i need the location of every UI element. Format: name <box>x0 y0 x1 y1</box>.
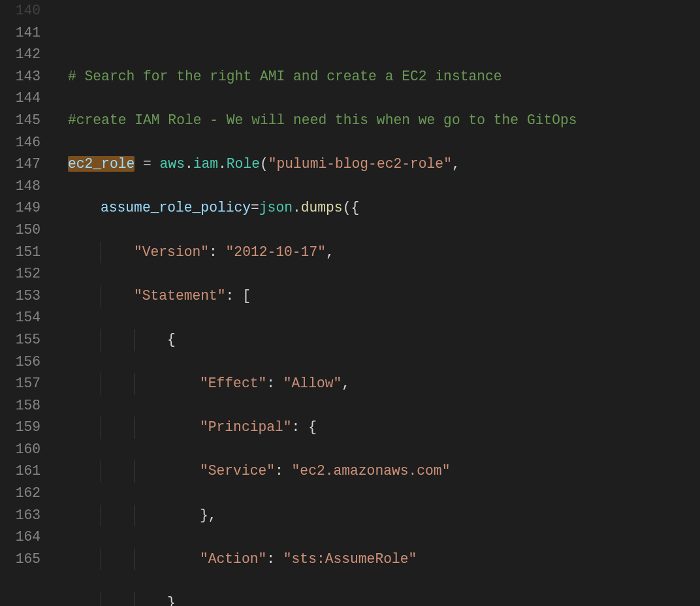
line-number-gutter: 140 141 142 143 144 145 146 147 148 149 … <box>0 0 52 606</box>
op: = <box>135 156 159 172</box>
module: aws <box>160 156 185 172</box>
line-number: 148 <box>0 176 40 198</box>
line-number: 164 <box>0 526 40 549</box>
parameter: assume_role_policy <box>101 200 251 215</box>
dict-key: "Effect" <box>200 375 266 391</box>
code-line[interactable]: }, <box>68 505 700 527</box>
line-number: 157 <box>0 373 40 395</box>
line-number: 153 <box>0 285 40 308</box>
line-number: 141 <box>0 22 40 44</box>
code-editor[interactable]: 140 141 142 143 144 145 146 147 148 149 … <box>0 0 700 606</box>
code-area[interactable]: # Search for the right AMI and create a … <box>52 0 700 606</box>
selected-variable[interactable]: ec2_role <box>68 156 135 172</box>
dict-key: "Statement" <box>134 288 226 304</box>
line-number: 142 <box>0 44 40 66</box>
code-line[interactable]: #create IAM Role - We will need this whe… <box>68 110 700 132</box>
line-number: 146 <box>0 132 40 154</box>
line-number: 165 <box>0 549 40 571</box>
line-number: 154 <box>0 307 40 329</box>
comment: #create IAM Role - We will need this whe… <box>68 112 577 128</box>
dict-key: "Service" <box>200 463 275 479</box>
line-number: 160 <box>0 439 40 461</box>
code-line[interactable]: assume_role_policy=json.dumps({ <box>68 197 700 219</box>
line-number: 161 <box>0 460 40 483</box>
dict-key: "Principal" <box>200 419 292 435</box>
line-number: 143 <box>0 66 40 88</box>
code-line[interactable]: "Version": "2012-10-17", <box>68 242 700 264</box>
line-number: 163 <box>0 505 40 527</box>
code-line[interactable]: { <box>68 329 700 351</box>
dict-key: "Action" <box>200 551 266 567</box>
class: Role <box>227 156 260 172</box>
line-number: 151 <box>0 242 40 264</box>
function: dumps <box>301 200 343 215</box>
dict-key: "Version" <box>134 244 209 260</box>
line-number: 162 <box>0 483 40 505</box>
line-number: 156 <box>0 351 40 374</box>
line-number: 150 <box>0 219 40 242</box>
string: "pulumi-blog-ec2-role" <box>268 156 452 172</box>
code-line[interactable]: "Effect": "Allow", <box>68 373 700 395</box>
code-line[interactable]: "Principal": { <box>68 417 700 439</box>
comment: # Search for the right AMI and create a … <box>68 69 502 84</box>
line-number: 155 <box>0 329 40 351</box>
code-line[interactable]: } <box>68 592 700 606</box>
line-number: 152 <box>0 263 40 285</box>
code-line[interactable] <box>68 22 700 44</box>
line-number: 158 <box>0 395 40 417</box>
code-line[interactable]: "Action": "sts:AssumeRole" <box>68 549 700 571</box>
line-number: 149 <box>0 197 40 219</box>
line-number: 145 <box>0 110 40 132</box>
line-number: 144 <box>0 88 40 110</box>
line-number: 140 <box>0 0 40 22</box>
line-number: 147 <box>0 153 40 176</box>
code-line[interactable]: "Statement": [ <box>68 285 700 308</box>
code-line[interactable]: ec2_role = aws.iam.Role("pulumi-blog-ec2… <box>68 153 700 176</box>
code-line[interactable]: "Service": "ec2.amazonaws.com" <box>68 460 700 483</box>
line-number: 159 <box>0 417 40 439</box>
code-line[interactable]: # Search for the right AMI and create a … <box>68 66 700 88</box>
